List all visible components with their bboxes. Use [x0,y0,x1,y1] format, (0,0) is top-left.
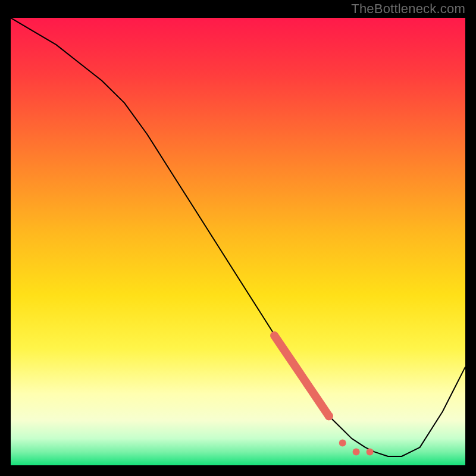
highlight-dot [367,448,374,455]
chart-svg [11,18,465,465]
watermark-text: TheBottleneck.com [351,1,465,17]
highlight-dot [325,412,333,420]
plot-area [11,18,465,465]
gradient-background [11,18,465,465]
highlight-dot [353,448,360,455]
highlight-dot [339,439,346,446]
chart-container: TheBottleneck.com [0,0,476,476]
